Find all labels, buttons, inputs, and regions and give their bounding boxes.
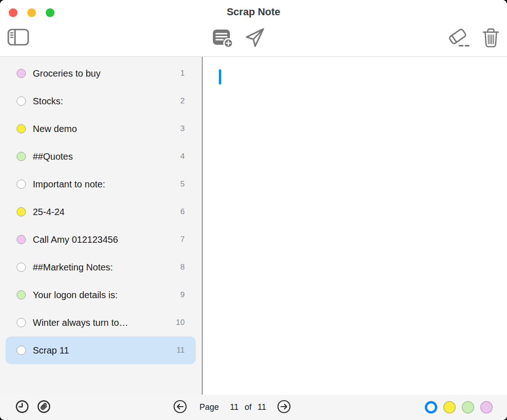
note-title: Your logon details is: — [33, 290, 181, 300]
prev-page-button[interactable] — [173, 400, 187, 415]
app-window: Scrap Note — [0, 0, 507, 420]
note-list-item-selected[interactable]: Scrap 11 11 — [6, 336, 196, 364]
note-list-item[interactable]: 25-4-24 6 — [6, 198, 196, 226]
note-number: 10 — [176, 318, 185, 327]
next-page-button[interactable] — [277, 400, 291, 415]
attachment-button[interactable] — [37, 400, 51, 415]
note-number: 9 — [181, 290, 185, 300]
note-title: Groceries to buy — [33, 68, 181, 79]
note-color-dot — [17, 290, 26, 300]
note-number: 11 — [176, 346, 185, 355]
note-number: 1 — [181, 69, 185, 78]
send-icon — [244, 27, 266, 50]
note-number: 5 — [181, 180, 185, 189]
arrow-right-circle-icon — [277, 400, 291, 415]
new-note-button[interactable] — [211, 27, 234, 50]
page-of-label: of — [245, 402, 252, 412]
clock-icon — [15, 400, 29, 415]
trash-icon — [482, 28, 500, 49]
footer-bar: Page 11 of 11 — [0, 395, 507, 420]
note-title: 25-4-24 — [33, 207, 181, 217]
note-list-item[interactable]: Groceries to buy 1 — [6, 60, 196, 87]
footer-left-group — [15, 395, 51, 420]
history-button[interactable] — [15, 400, 29, 415]
note-title: ##Marketing Notes: — [33, 262, 181, 273]
note-list-item[interactable]: Important to note: 5 — [6, 170, 196, 198]
note-title: Important to note: — [33, 179, 181, 190]
trash-button[interactable] — [482, 28, 500, 49]
total-pages-number: 11 — [258, 402, 266, 412]
toolbar-center-group — [211, 27, 266, 50]
note-number: 7 — [181, 235, 185, 244]
toolbar-right-group — [447, 28, 500, 49]
color-swatch-yellow[interactable] — [443, 401, 456, 414]
note-number: 8 — [181, 263, 185, 272]
note-list-item[interactable]: Call Amy 012123456 7 — [6, 226, 196, 253]
note-list-item[interactable]: Winter always turn to… 10 — [6, 309, 196, 336]
window-title: Scrap Note — [0, 6, 507, 18]
note-editor[interactable] — [203, 57, 507, 395]
note-list-item[interactable]: New demo 3 — [6, 115, 196, 143]
sidebar-toggle-button[interactable] — [7, 29, 29, 47]
paperclip-icon — [37, 400, 51, 415]
eraser-icon — [447, 28, 470, 49]
note-title: Call Amy 012123456 — [33, 234, 181, 245]
note-color-dot — [17, 96, 26, 106]
new-note-icon — [211, 27, 234, 50]
note-title: ##Quotes — [33, 151, 181, 162]
send-button[interactable] — [244, 27, 266, 50]
note-color-dot — [17, 346, 26, 355]
text-cursor — [219, 69, 221, 84]
note-list-sidebar: Groceries to buy 1 Stocks: 2 New demo 3 … — [0, 57, 203, 395]
note-number: 2 — [181, 96, 185, 106]
note-number: 3 — [181, 124, 185, 133]
note-color-dot — [17, 318, 26, 327]
note-number: 6 — [181, 207, 185, 216]
color-swatch-pink[interactable] — [480, 401, 493, 414]
color-swatch-white[interactable] — [425, 401, 437, 414]
note-list-item[interactable]: Your logon details is: 9 — [6, 281, 196, 309]
note-color-dot — [17, 69, 26, 78]
note-color-dot — [17, 152, 26, 161]
color-swatch-green[interactable] — [462, 401, 474, 414]
note-color-dot — [17, 235, 26, 244]
note-list-item[interactable]: ##Quotes 4 — [6, 143, 196, 170]
note-title: Stocks: — [33, 96, 181, 107]
eraser-button[interactable] — [447, 28, 470, 49]
titlebar: Scrap Note — [0, 0, 507, 57]
note-number: 4 — [181, 152, 185, 161]
note-color-dot — [17, 263, 26, 272]
note-color-dot — [17, 180, 26, 189]
note-title: New demo — [33, 124, 181, 134]
note-color-picker — [425, 395, 493, 420]
note-title: Scrap 11 — [33, 345, 176, 356]
pagination: Page 11 of 11 — [173, 395, 291, 420]
sidebar-toggle-icon — [7, 29, 29, 47]
page-label: Page — [199, 402, 219, 412]
note-title: Winter always turn to… — [33, 318, 176, 328]
current-page-number: 11 — [230, 402, 239, 412]
arrow-left-circle-icon — [173, 400, 187, 415]
note-list-item[interactable]: ##Marketing Notes: 8 — [6, 253, 196, 281]
note-list-item[interactable]: Stocks: 2 — [6, 87, 196, 115]
main-content: Groceries to buy 1 Stocks: 2 New demo 3 … — [0, 57, 507, 395]
note-color-dot — [17, 124, 26, 133]
note-color-dot — [17, 207, 26, 216]
